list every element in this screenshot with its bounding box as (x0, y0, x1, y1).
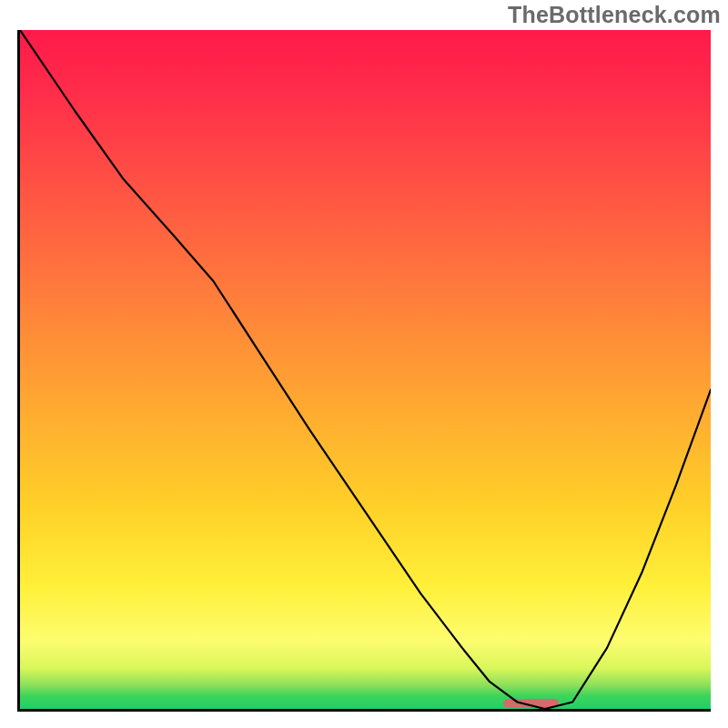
bottleneck-curve-svg (20, 30, 711, 709)
plot-area (17, 30, 711, 712)
watermark-text: TheBottleneck.com (508, 2, 721, 28)
bottleneck-curve-path (20, 30, 711, 709)
chart-frame: TheBottleneck.com (0, 0, 728, 728)
